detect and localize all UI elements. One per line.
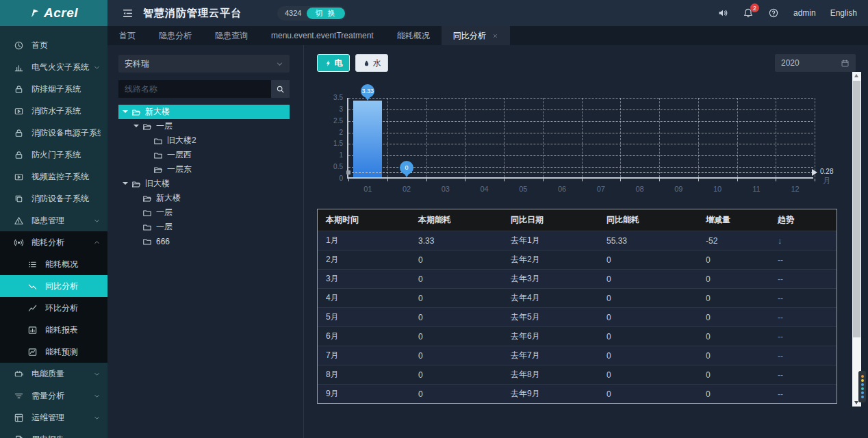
tab-同比分析[interactable]: 同比分析: [442, 26, 510, 45]
table-cell: 去年9月: [502, 388, 598, 400]
sidebar-item-电气火灾子系统[interactable]: 电气火灾子系统: [0, 56, 107, 78]
trend-down-arrow-icon: ↓: [778, 235, 782, 246]
tab-首页[interactable]: 首页: [107, 26, 147, 45]
caret-down-icon[interactable]: [123, 110, 128, 116]
energy-tab-电[interactable]: 电: [317, 54, 350, 72]
notifications-bell-icon[interactable]: 2: [743, 8, 754, 18]
tree-node-新大楼[interactable]: 新大楼: [118, 105, 290, 119]
marker-dot: [861, 379, 864, 382]
tree-node-一层[interactable]: 一层: [118, 220, 290, 234]
sidebar-item-需量分析[interactable]: 需量分析: [0, 385, 107, 407]
folder-icon: [153, 151, 163, 160]
sidebar-item-消防设备电源子系统[interactable]: 消防设备电源子系统: [0, 122, 107, 144]
trend-none: --: [778, 255, 783, 265]
content-scrollbar[interactable]: [852, 72, 861, 407]
tab-隐患分析[interactable]: 隐患分析: [147, 26, 203, 45]
table-cell: 0: [410, 332, 502, 342]
battery-icon: [14, 369, 24, 379]
x-axis-label: 11: [752, 185, 760, 193]
scroll-up-arrow[interactable]: [854, 74, 858, 77]
x-axis-label: 12: [791, 185, 800, 193]
caret-down-icon[interactable]: [123, 182, 128, 188]
energy-tab-label: 电: [335, 57, 343, 69]
project-select[interactable]: 安科瑞: [118, 55, 290, 73]
sidebar-item-能耗分析[interactable]: 能耗分析: [0, 231, 107, 253]
tab-label: 首页: [119, 30, 136, 42]
sidebar-menu: 首页电气火灾子系统防排烟子系统消防水子系统消防设备电源子系统防火门子系统视频监控…: [0, 26, 107, 438]
x-axis-label: 03: [442, 185, 450, 193]
sidebar-item-label: 防火门子系统: [31, 149, 101, 161]
topbar: 智慧消防管理云平台 4324 切 换 2 admin English: [107, 0, 868, 26]
tab-menu.event.eventTreatment[interactable]: menu.event.eventTreatment: [259, 26, 385, 45]
tree-node-新大楼[interactable]: 新大楼: [118, 191, 290, 205]
bar-01[interactable]: [353, 101, 382, 177]
energy-tab-水[interactable]: 水: [355, 54, 388, 72]
y-axis-label: 3.5: [321, 94, 343, 101]
sidebar-subitem-环比分析[interactable]: 环比分析: [0, 297, 107, 319]
tab-label: 同比分析: [453, 30, 486, 42]
sidebar-item-隐患管理[interactable]: 隐患管理: [0, 209, 107, 231]
search-button[interactable]: [271, 80, 290, 98]
marker-dot: [861, 396, 864, 398]
tree-node-一层[interactable]: 一层: [118, 119, 290, 133]
sidebar-item-用电报告[interactable]: 用电报告: [0, 428, 107, 438]
table-cell: 0: [698, 351, 769, 361]
folder-open-icon: [131, 179, 141, 189]
user-menu[interactable]: admin: [793, 8, 816, 18]
sidebar-item-首页[interactable]: 首页: [0, 34, 107, 56]
close-icon[interactable]: [492, 33, 498, 39]
sidebar-item-label: 消防设备电源子系统: [31, 127, 101, 139]
tree-node-666[interactable]: 666: [118, 234, 290, 248]
sidebar-item-防排烟子系统[interactable]: 防排烟子系统: [0, 78, 107, 100]
tree-node-旧大楼[interactable]: 旧大楼: [118, 177, 290, 191]
sidebar-item-视频监控子系统[interactable]: 视频监控子系统: [0, 166, 107, 188]
trend-none: --: [778, 370, 783, 380]
table-row: 9月0去年9月00--: [318, 384, 837, 403]
sidebar-subitem-能耗报表[interactable]: 能耗报表: [0, 319, 107, 341]
y-axis-label: 2.5: [321, 117, 343, 125]
help-icon[interactable]: [768, 8, 779, 18]
x-tick: [465, 179, 465, 181]
tree-node-一层[interactable]: 一层: [118, 205, 290, 220]
line-name-search-input[interactable]: [118, 80, 271, 98]
menu-fold-icon[interactable]: [122, 8, 133, 19]
sidebar-subitem-能耗预测[interactable]: 能耗预测: [0, 341, 107, 363]
tree-node-一层西[interactable]: 一层西: [118, 148, 290, 162]
project-switch[interactable]: 4324 切 换: [277, 6, 346, 21]
trend-none: --: [778, 274, 783, 284]
table-header-cell: 本期能耗: [410, 214, 502, 226]
table-cell: 0: [410, 370, 502, 380]
energy-type-toggle: 电水: [317, 54, 394, 72]
scrollbar-thumb[interactable]: [853, 81, 860, 337]
sidebar-item-消防水子系统[interactable]: 消防水子系统: [0, 100, 107, 122]
caret-down-icon[interactable]: [133, 125, 139, 130]
folder-open-icon: [153, 165, 163, 175]
sidebar-item-运维管理[interactable]: 运维管理: [0, 407, 107, 428]
chevron-down-icon: [93, 64, 101, 71]
tree-node-一层东[interactable]: 一层东: [118, 162, 290, 177]
tree-node-旧大楼2[interactable]: 旧大楼2: [118, 133, 290, 148]
table-header-cell: 同比能耗: [598, 214, 698, 226]
sidebar-subitem-同比分析[interactable]: 同比分析: [0, 275, 107, 297]
sidebar-item-电能质量[interactable]: 电能质量: [0, 363, 107, 385]
sidebar-item-消防设备子系统[interactable]: 消防设备子系统: [0, 188, 107, 209]
table-cell: 去年4月: [502, 292, 598, 304]
controls-row: 电水 2020: [317, 54, 856, 72]
x-tick: [504, 179, 505, 181]
language-switch[interactable]: English: [830, 8, 857, 18]
chart-plot-area: 01020304050607080910111200.511.522.533.5…: [347, 98, 813, 179]
year-picker[interactable]: 2020: [775, 54, 856, 72]
tree-node-label: 一层东: [167, 164, 192, 175]
volume-icon[interactable]: [717, 8, 728, 18]
scroll-down-arrow[interactable]: [854, 401, 858, 404]
switch-button[interactable]: 切 换: [307, 8, 344, 19]
notification-count-badge: 2: [750, 3, 759, 12]
sidebar-subitem-能耗概况[interactable]: 能耗概况: [0, 253, 107, 275]
table-cell: 0: [698, 294, 769, 303]
tab-能耗概况[interactable]: 能耗概况: [385, 26, 442, 45]
v-gridline: [543, 98, 544, 177]
y-axis-label: 0: [321, 175, 343, 182]
tab-隐患查询[interactable]: 隐患查询: [203, 26, 259, 45]
value-pin-01: 3.33: [361, 84, 374, 98]
sidebar-item-防火门子系统[interactable]: 防火门子系统: [0, 144, 107, 166]
